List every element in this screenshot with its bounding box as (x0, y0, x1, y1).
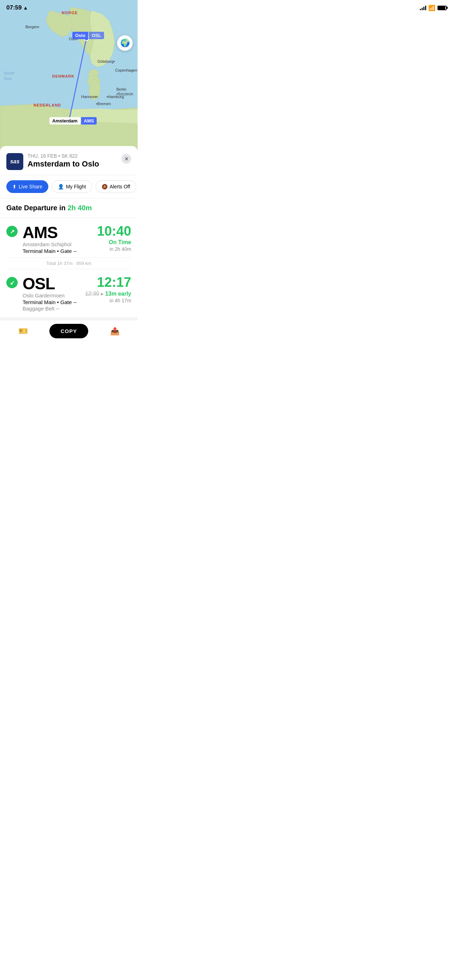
arrival-baggage: Baggage Belt -- (22, 305, 80, 312)
arrival-name: Oslo Gardermoen (22, 293, 80, 298)
flight-meta: THU, 16 FEB • SK 822 (27, 153, 99, 159)
status-time: 07:59 (6, 4, 22, 11)
departure-time: 10:40 (97, 224, 131, 238)
hannover-city: Hannover (81, 95, 98, 99)
share-icon: ⬆ (12, 184, 17, 189)
north-sea-label: NorthSea (3, 70, 15, 81)
flight-route: Amsterdam to Oslo (27, 159, 99, 169)
oslo-map-label: Oslo OSL (72, 32, 104, 39)
denmark-label: DENMARK (52, 74, 75, 78)
arrival-section: ↙ OSL Oslo Gardermoen Terminal Main • Ga… (0, 269, 138, 317)
close-button[interactable]: ✕ (121, 154, 131, 164)
globe-icon: 🌍 (120, 38, 130, 48)
szczecin-city: •Szczecin (116, 92, 134, 96)
ticket-icon: 🎫 (18, 327, 28, 336)
arrival-terminal: Terminal Main • Gate -- (22, 299, 80, 305)
copy-tab[interactable]: COPY (46, 324, 92, 338)
live-share-button[interactable]: ⬆ Live Share (6, 180, 48, 193)
gate-departure-label: Gate Departure in (6, 204, 66, 212)
action-buttons: ⬆ Live Share 👤 My Flight 🔕 Alerts Off ✦ … (0, 175, 138, 198)
gate-departure-time: 2h 40m (67, 204, 92, 212)
card-panel: sas THU, 16 FEB • SK 822 Amsterdam to Os… (0, 146, 138, 345)
gate-departure: Gate Departure in 2h 40m (0, 198, 138, 218)
ticket-tab[interactable]: 🎫 (0, 327, 46, 336)
bremen-city: •Bremen (96, 102, 111, 106)
flight-duration: Total 1h 37m · 959 km (6, 258, 131, 269)
nederland-label: NEDERLAND (33, 103, 61, 107)
departure-section: ↗ AMS Amsterdam Schiphol Terminal Main •… (0, 218, 138, 258)
copenhagen-city: Copenhagen (115, 68, 137, 72)
globe-button[interactable]: 🌍 (117, 35, 133, 51)
arrival-scheduled-time: 12:30 (85, 291, 99, 297)
arrival-early-label: 13m early (105, 291, 131, 297)
amsterdam-map-label: Amsterdam AMS (49, 117, 97, 124)
share-tab-icon: 📤 (110, 327, 119, 336)
bell-off-icon: 🔕 (102, 184, 108, 189)
departure-status-sub: in 2h 40m (97, 246, 131, 252)
flight-header: sas THU, 16 FEB • SK 822 Amsterdam to Os… (0, 146, 138, 175)
bottom-bar: 🎫 COPY 📤 (0, 320, 138, 345)
bergen-city: Bergen• (25, 25, 39, 29)
departure-times: 10:40 On Time in 2h 40m (97, 224, 131, 252)
departure-icon: ↗ (6, 226, 17, 237)
berlin-city: Berlin (116, 87, 126, 91)
arrival-times: 12:17 12:30 ▸ 13m early in 4h 17m (85, 275, 131, 303)
location-arrow-icon: ▲ (23, 5, 28, 11)
arrival-icon: ↙ (6, 277, 17, 288)
departure-code: AMS (22, 224, 92, 240)
my-flight-button[interactable]: 👤 My Flight (52, 180, 92, 193)
close-icon: ✕ (124, 156, 129, 162)
arrival-code: OSL (22, 275, 80, 292)
goteborg-city: Göteborg• (97, 59, 115, 64)
sas-logo: sas (6, 153, 23, 170)
map-container[interactable]: NORGE DENMARK NEDERLAND NorthSea Bergen•… (0, 0, 138, 152)
departure-status: On Time (97, 239, 131, 245)
departure-name: Amsterdam Schiphol (22, 241, 92, 247)
person-icon: 👤 (58, 184, 64, 189)
status-bar: 07:59 ▲ 📶 (0, 0, 138, 13)
arrival-status-sub: in 4h 17m (85, 298, 131, 303)
alerts-off-button[interactable]: 🔕 Alerts Off (95, 180, 136, 193)
copy-button[interactable]: COPY (49, 324, 89, 338)
share-tab[interactable]: 📤 (92, 327, 138, 336)
arrival-actual-time: 12:17 (85, 275, 131, 289)
departure-terminal: Terminal Main • Gate -- (22, 248, 92, 254)
